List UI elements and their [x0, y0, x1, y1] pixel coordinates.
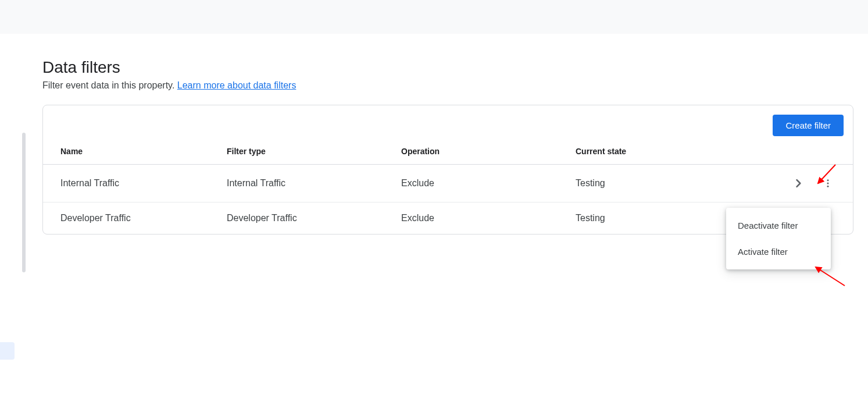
cell-type: Internal Traffic: [217, 165, 392, 203]
svg-point-1: [827, 183, 829, 184]
page-description: Filter event data in this property. Lear…: [42, 80, 853, 91]
create-filter-button[interactable]: Create filter: [773, 115, 844, 136]
card-toolbar: Create filter: [43, 105, 853, 141]
col-header-state: Current state: [566, 141, 777, 165]
open-row-button[interactable]: [790, 175, 806, 191]
cell-operation: Exclude: [392, 203, 566, 235]
learn-more-link[interactable]: Learn more about data filters: [177, 80, 297, 90]
menu-item-activate[interactable]: Activate filter: [726, 239, 831, 265]
left-nav-rail: [0, 34, 17, 412]
col-header-type: Filter type: [217, 141, 392, 165]
chevron-right-icon: [792, 177, 804, 189]
col-header-operation: Operation: [392, 141, 566, 165]
cell-operation: Exclude: [392, 165, 566, 203]
cell-actions: [777, 165, 853, 203]
cell-state: Testing: [566, 165, 777, 203]
row-context-menu: Deactivate filter Activate filter: [726, 208, 831, 269]
more-vert-icon: [823, 178, 833, 189]
row-more-button[interactable]: [820, 176, 835, 191]
cell-name: Developer Traffic: [43, 203, 217, 235]
menu-item-deactivate[interactable]: Deactivate filter: [726, 212, 831, 239]
col-header-name: Name: [43, 141, 217, 165]
rail-active-indicator: [0, 342, 15, 360]
page-title: Data filters: [42, 58, 853, 77]
filters-card: Create filter Name Filter type Operation…: [42, 105, 853, 235]
svg-line-4: [816, 267, 845, 286]
rail-scrollbar[interactable]: [22, 133, 26, 272]
cell-name: Internal Traffic: [43, 165, 217, 203]
svg-point-2: [827, 186, 829, 187]
top-bar: [0, 0, 868, 34]
table-row[interactable]: Internal Traffic Internal Traffic Exclud…: [43, 165, 853, 203]
cell-type: Developer Traffic: [217, 203, 392, 235]
page-description-text: Filter event data in this property.: [42, 80, 177, 90]
svg-point-0: [827, 179, 829, 181]
col-header-actions: [777, 141, 853, 165]
table-header-row: Name Filter type Operation Current state: [43, 141, 853, 165]
main-content: Data filters Filter event data in this p…: [42, 58, 853, 235]
